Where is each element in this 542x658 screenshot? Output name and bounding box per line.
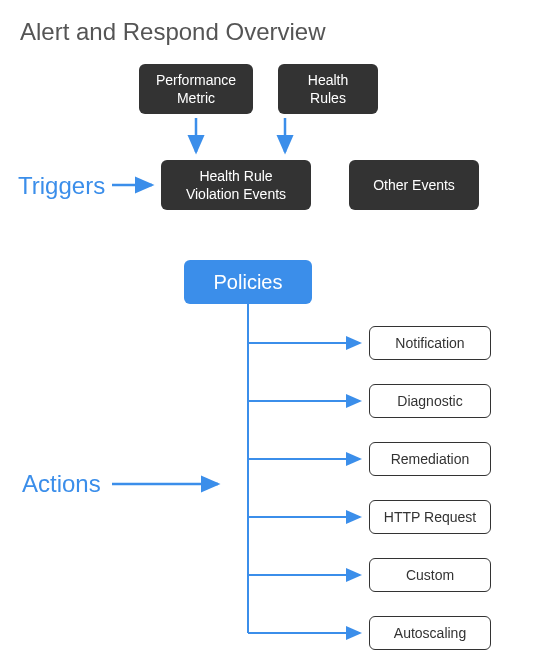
diagram-canvas: Performance Metric Health Rules Health R… <box>0 0 542 658</box>
arrows-layer <box>0 0 542 658</box>
